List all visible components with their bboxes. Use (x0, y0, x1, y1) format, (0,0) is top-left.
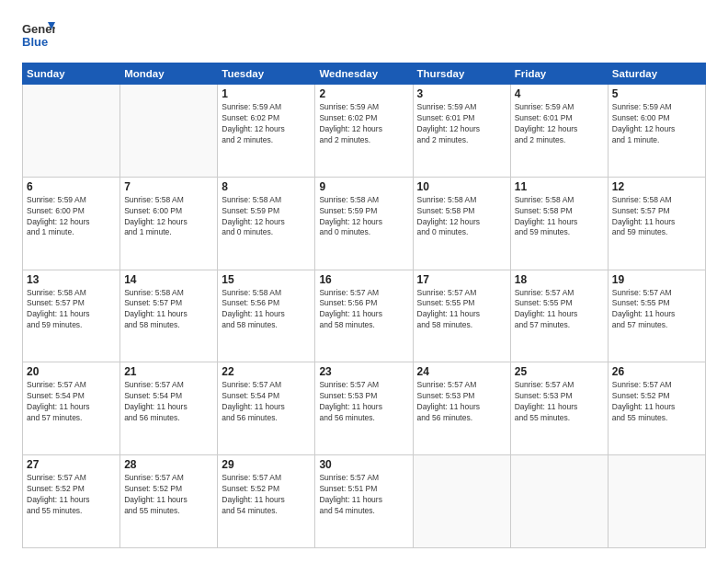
day-number: 21 (124, 365, 213, 378)
day-detail: Sunrise: 5:58 AM Sunset: 5:56 PM Dayligh… (222, 288, 311, 332)
day-detail: Sunrise: 5:59 AM Sunset: 6:01 PM Dayligh… (515, 102, 604, 146)
calendar-cell: 14Sunrise: 5:58 AM Sunset: 5:57 PM Dayli… (120, 270, 218, 362)
day-detail: Sunrise: 5:57 AM Sunset: 5:51 PM Dayligh… (319, 473, 408, 517)
logo: General Blue (22, 18, 59, 52)
calendar-week-row: 1Sunrise: 5:59 AM Sunset: 6:02 PM Daylig… (23, 85, 706, 178)
day-number: 17 (417, 273, 506, 286)
day-number: 16 (319, 273, 408, 286)
calendar-cell: 30Sunrise: 5:57 AM Sunset: 5:51 PM Dayli… (315, 455, 413, 548)
day-number: 24 (417, 365, 506, 378)
day-number: 25 (515, 365, 604, 378)
calendar-cell: 24Sunrise: 5:57 AM Sunset: 5:53 PM Dayli… (413, 362, 510, 455)
calendar-cell: 1Sunrise: 5:59 AM Sunset: 6:02 PM Daylig… (218, 85, 315, 178)
calendar-cell: 20Sunrise: 5:57 AM Sunset: 5:54 PM Dayli… (23, 362, 120, 455)
day-number: 15 (222, 273, 311, 286)
day-detail: Sunrise: 5:59 AM Sunset: 6:00 PM Dayligh… (27, 195, 116, 239)
day-detail: Sunrise: 5:57 AM Sunset: 5:52 PM Dayligh… (612, 380, 701, 424)
calendar-cell: 27Sunrise: 5:57 AM Sunset: 5:52 PM Dayli… (23, 455, 120, 548)
day-number: 30 (319, 458, 408, 471)
day-number: 20 (27, 365, 116, 378)
calendar-cell (120, 85, 218, 178)
calendar-day-header: Tuesday (218, 63, 315, 85)
day-detail: Sunrise: 5:57 AM Sunset: 5:56 PM Dayligh… (319, 288, 408, 332)
day-number: 9 (319, 180, 408, 193)
svg-text:Blue: Blue (22, 35, 48, 49)
calendar-cell: 25Sunrise: 5:57 AM Sunset: 5:53 PM Dayli… (510, 362, 608, 455)
calendar-cell: 16Sunrise: 5:57 AM Sunset: 5:56 PM Dayli… (315, 270, 413, 362)
day-detail: Sunrise: 5:59 AM Sunset: 6:02 PM Dayligh… (222, 102, 311, 146)
calendar-cell: 10Sunrise: 5:58 AM Sunset: 5:58 PM Dayli… (413, 177, 510, 270)
calendar-day-header: Monday (120, 63, 218, 85)
day-number: 19 (612, 273, 701, 286)
day-number: 5 (612, 87, 701, 100)
calendar-cell: 9Sunrise: 5:58 AM Sunset: 5:59 PM Daylig… (315, 177, 413, 270)
day-detail: Sunrise: 5:57 AM Sunset: 5:55 PM Dayligh… (417, 288, 506, 332)
calendar-cell: 5Sunrise: 5:59 AM Sunset: 6:00 PM Daylig… (608, 85, 705, 178)
day-number: 4 (515, 87, 604, 100)
day-number: 12 (612, 180, 701, 193)
calendar-day-header: Saturday (608, 63, 705, 85)
calendar-cell: 26Sunrise: 5:57 AM Sunset: 5:52 PM Dayli… (608, 362, 705, 455)
day-detail: Sunrise: 5:58 AM Sunset: 5:57 PM Dayligh… (124, 288, 213, 332)
day-detail: Sunrise: 5:57 AM Sunset: 5:53 PM Dayligh… (417, 380, 506, 424)
day-number: 14 (124, 273, 213, 286)
day-detail: Sunrise: 5:57 AM Sunset: 5:52 PM Dayligh… (222, 473, 311, 517)
day-detail: Sunrise: 5:59 AM Sunset: 6:00 PM Dayligh… (612, 102, 701, 146)
day-detail: Sunrise: 5:59 AM Sunset: 6:01 PM Dayligh… (417, 102, 506, 146)
header: General Blue (22, 18, 706, 52)
day-detail: Sunrise: 5:58 AM Sunset: 5:59 PM Dayligh… (222, 195, 311, 239)
day-number: 29 (222, 458, 311, 471)
calendar-cell: 22Sunrise: 5:57 AM Sunset: 5:54 PM Dayli… (218, 362, 315, 455)
day-number: 26 (612, 365, 701, 378)
calendar-cell: 23Sunrise: 5:57 AM Sunset: 5:53 PM Dayli… (315, 362, 413, 455)
calendar-cell: 7Sunrise: 5:58 AM Sunset: 6:00 PM Daylig… (120, 177, 218, 270)
day-detail: Sunrise: 5:58 AM Sunset: 5:58 PM Dayligh… (417, 195, 506, 239)
calendar-cell: 13Sunrise: 5:58 AM Sunset: 5:57 PM Dayli… (23, 270, 120, 362)
day-number: 11 (515, 180, 604, 193)
day-detail: Sunrise: 5:58 AM Sunset: 5:57 PM Dayligh… (612, 195, 701, 239)
day-number: 22 (222, 365, 311, 378)
day-detail: Sunrise: 5:57 AM Sunset: 5:54 PM Dayligh… (222, 380, 311, 424)
day-number: 18 (515, 273, 604, 286)
day-number: 28 (124, 458, 213, 471)
calendar-cell: 6Sunrise: 5:59 AM Sunset: 6:00 PM Daylig… (23, 177, 120, 270)
calendar-week-row: 13Sunrise: 5:58 AM Sunset: 5:57 PM Dayli… (23, 270, 706, 362)
day-detail: Sunrise: 5:57 AM Sunset: 5:52 PM Dayligh… (27, 473, 116, 517)
calendar-cell (608, 455, 705, 548)
calendar-cell: 29Sunrise: 5:57 AM Sunset: 5:52 PM Dayli… (218, 455, 315, 548)
calendar-cell: 28Sunrise: 5:57 AM Sunset: 5:52 PM Dayli… (120, 455, 218, 548)
day-number: 7 (124, 180, 213, 193)
day-detail: Sunrise: 5:59 AM Sunset: 6:02 PM Dayligh… (319, 102, 408, 146)
calendar-cell: 8Sunrise: 5:58 AM Sunset: 5:59 PM Daylig… (218, 177, 315, 270)
day-number: 3 (417, 87, 506, 100)
calendar-cell: 4Sunrise: 5:59 AM Sunset: 6:01 PM Daylig… (510, 85, 608, 178)
page: General Blue SundayMondayTuesdayWednesda… (0, 0, 728, 563)
day-detail: Sunrise: 5:57 AM Sunset: 5:53 PM Dayligh… (515, 380, 604, 424)
day-number: 2 (319, 87, 408, 100)
calendar-day-header: Sunday (23, 63, 120, 85)
calendar-cell (413, 455, 510, 548)
calendar-cell: 21Sunrise: 5:57 AM Sunset: 5:54 PM Dayli… (120, 362, 218, 455)
calendar-week-row: 6Sunrise: 5:59 AM Sunset: 6:00 PM Daylig… (23, 177, 706, 270)
calendar-table: SundayMondayTuesdayWednesdayThursdayFrid… (22, 63, 706, 548)
calendar-week-row: 27Sunrise: 5:57 AM Sunset: 5:52 PM Dayli… (23, 455, 706, 548)
calendar-cell: 15Sunrise: 5:58 AM Sunset: 5:56 PM Dayli… (218, 270, 315, 362)
calendar-cell: 18Sunrise: 5:57 AM Sunset: 5:55 PM Dayli… (510, 270, 608, 362)
day-number: 27 (27, 458, 116, 471)
day-detail: Sunrise: 5:57 AM Sunset: 5:53 PM Dayligh… (319, 380, 408, 424)
day-number: 6 (27, 180, 116, 193)
day-detail: Sunrise: 5:57 AM Sunset: 5:52 PM Dayligh… (124, 473, 213, 517)
calendar-cell: 17Sunrise: 5:57 AM Sunset: 5:55 PM Dayli… (413, 270, 510, 362)
day-number: 1 (222, 87, 311, 100)
calendar-day-header: Wednesday (315, 63, 413, 85)
day-detail: Sunrise: 5:57 AM Sunset: 5:55 PM Dayligh… (515, 288, 604, 332)
calendar-cell (510, 455, 608, 548)
calendar-week-row: 20Sunrise: 5:57 AM Sunset: 5:54 PM Dayli… (23, 362, 706, 455)
day-detail: Sunrise: 5:58 AM Sunset: 6:00 PM Dayligh… (124, 195, 213, 239)
day-detail: Sunrise: 5:57 AM Sunset: 5:54 PM Dayligh… (27, 380, 116, 424)
day-number: 8 (222, 180, 311, 193)
calendar-cell: 19Sunrise: 5:57 AM Sunset: 5:55 PM Dayli… (608, 270, 705, 362)
day-number: 13 (27, 273, 116, 286)
calendar-cell (23, 85, 120, 178)
day-detail: Sunrise: 5:58 AM Sunset: 5:58 PM Dayligh… (515, 195, 604, 239)
